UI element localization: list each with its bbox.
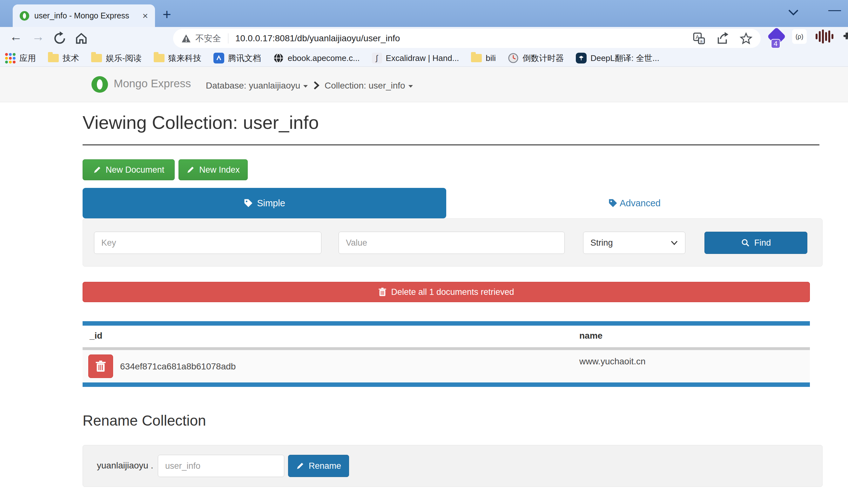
translate-icon[interactable]: Aa <box>693 32 705 45</box>
key-input[interactable] <box>94 232 322 254</box>
globe-icon <box>273 53 284 64</box>
browser-tab[interactable]: user_info - Mongo Express × <box>13 4 155 27</box>
mongo-express-favicon-icon <box>20 11 29 21</box>
minimize-window-button[interactable]: — <box>828 2 841 17</box>
delete-all-button[interactable]: Delete all 1 documents retrieved <box>83 282 810 302</box>
bookmark-countdown-timer[interactable]: 倒数计时器 <box>508 53 564 64</box>
extension-icons: 4 (ρ) <box>770 29 848 44</box>
pencil-icon <box>296 462 304 470</box>
deepl-icon <box>576 53 587 64</box>
new-document-button[interactable]: New Document <box>83 159 175 180</box>
trash-icon <box>378 288 386 296</box>
tag-icon <box>608 198 618 208</box>
rename-panel: yuanlaijiaoyu . Rename <box>83 445 823 487</box>
find-button[interactable]: Find <box>705 232 807 254</box>
breadcrumb-database[interactable]: Database: yuanlaijiaoyu <box>206 80 308 91</box>
svg-text:a: a <box>700 39 703 43</box>
tag-icon <box>244 198 253 208</box>
bookmark-excalidraw[interactable]: ∫ Excalidraw | Hand... <box>372 53 459 64</box>
chevron-down-icon <box>671 240 678 245</box>
security-status-label[interactable]: 不安全 <box>195 33 221 44</box>
tab-close-icon[interactable]: × <box>142 11 148 21</box>
delete-document-button[interactable] <box>88 355 113 378</box>
page-title: Viewing Collection: user_info <box>83 112 319 133</box>
bookmark-folder-entertainment[interactable]: 娱乐-阅读 <box>91 53 142 64</box>
url-text[interactable]: 10.0.0.17:8081/db/yuanlaijiaoyu/user_inf… <box>235 33 686 43</box>
title-divider <box>83 144 819 145</box>
bookmark-tencent-docs[interactable]: 腾讯文档 <box>213 53 261 64</box>
bookmark-deepl[interactable]: DeepL翻译: 全世... <box>576 53 659 64</box>
tab-title: user_info - Mongo Express <box>34 11 138 20</box>
mongo-express-navbar: Mongo Express Database: yuanlaijiaoyu Co… <box>0 67 848 102</box>
table-top-border <box>83 321 810 326</box>
column-header-id[interactable]: _id <box>90 331 102 341</box>
rename-input[interactable] <box>158 455 284 477</box>
mongo-express-logo[interactable] <box>91 76 108 93</box>
breadcrumb-chevron-icon <box>313 80 320 90</box>
breadcrumb-collection[interactable]: Collection: user_info <box>325 80 413 91</box>
home-button[interactable] <box>74 32 88 46</box>
extensions-puzzle-icon[interactable] <box>842 30 848 43</box>
header-separator <box>83 347 810 350</box>
tencent-docs-icon <box>213 53 224 64</box>
rho-extension-icon[interactable]: (ρ) <box>792 29 807 44</box>
bookmark-apps[interactable]: 应用 <box>5 53 36 64</box>
forward-button[interactable]: → <box>32 30 45 44</box>
database-prefix-label: yuanlaijiaoyu . <box>97 461 153 471</box>
bookmark-ebook[interactable]: ebook.apecome.c... <box>273 53 360 64</box>
trash-icon <box>95 360 106 372</box>
back-button[interactable]: ← <box>10 30 22 44</box>
type-select[interactable]: String <box>583 232 686 254</box>
table-bottom-border <box>83 382 810 387</box>
purple-extension-icon[interactable]: 4 <box>767 27 786 46</box>
document-id-cell[interactable]: 634ef871ca681a8b61078adb <box>120 361 236 372</box>
new-tab-button[interactable]: + <box>162 6 171 23</box>
folder-icon <box>91 54 102 62</box>
bookmark-star-icon[interactable] <box>740 32 752 45</box>
browser-window: user_info - Mongo Express × + — ← → 不安全 … <box>0 0 848 504</box>
search-icon <box>741 238 750 247</box>
url-divider <box>228 33 228 43</box>
clock-icon <box>508 53 519 64</box>
waveform-extension-icon[interactable] <box>816 29 833 44</box>
table-row: 634ef871ca681a8b61078adb www.yuchaoit.cn <box>83 350 810 382</box>
apps-grid-icon <box>5 53 16 64</box>
rename-heading: Rename Collection <box>83 412 206 429</box>
pencil-icon <box>187 166 195 174</box>
value-input[interactable] <box>339 232 565 254</box>
folder-icon <box>154 54 165 62</box>
excalidraw-icon: ∫ <box>372 53 382 64</box>
folder-icon <box>471 54 482 62</box>
pencil-icon <box>93 166 101 174</box>
tab-search-chevron-icon[interactable] <box>787 8 800 17</box>
new-index-button[interactable]: New Index <box>178 159 248 180</box>
chevron-down-icon <box>409 85 413 88</box>
rename-button[interactable]: Rename <box>288 455 349 477</box>
folder-icon <box>48 54 59 62</box>
share-icon[interactable] <box>716 32 729 45</box>
reload-button[interactable] <box>53 32 67 46</box>
not-secure-warning-icon <box>181 34 191 43</box>
document-name-cell: www.yuchaoit.cn <box>579 356 646 366</box>
tab-strip: user_info - Mongo Express × + — <box>0 0 848 27</box>
bookmark-folder-tech[interactable]: 技术 <box>48 53 79 64</box>
chevron-down-icon <box>303 85 308 88</box>
tab-advanced[interactable]: Advanced <box>446 188 823 218</box>
address-bar[interactable]: 不安全 10.0.0.17:8081/db/yuanlaijiaoyu/user… <box>173 29 761 48</box>
column-header-name[interactable]: name <box>579 331 603 341</box>
brand-title[interactable]: Mongo Express <box>114 77 191 90</box>
bookmark-folder-yuanlai[interactable]: 猿来科技 <box>154 53 201 64</box>
extension-badge: 4 <box>771 39 780 49</box>
bookmark-folder-bili[interactable]: bili <box>471 53 496 63</box>
bookmarks-bar: 应用 技术 娱乐-阅读 猿来科技 腾讯文档 ebook.apecome.c... <box>0 50 848 67</box>
tab-simple[interactable]: Simple <box>83 188 446 218</box>
